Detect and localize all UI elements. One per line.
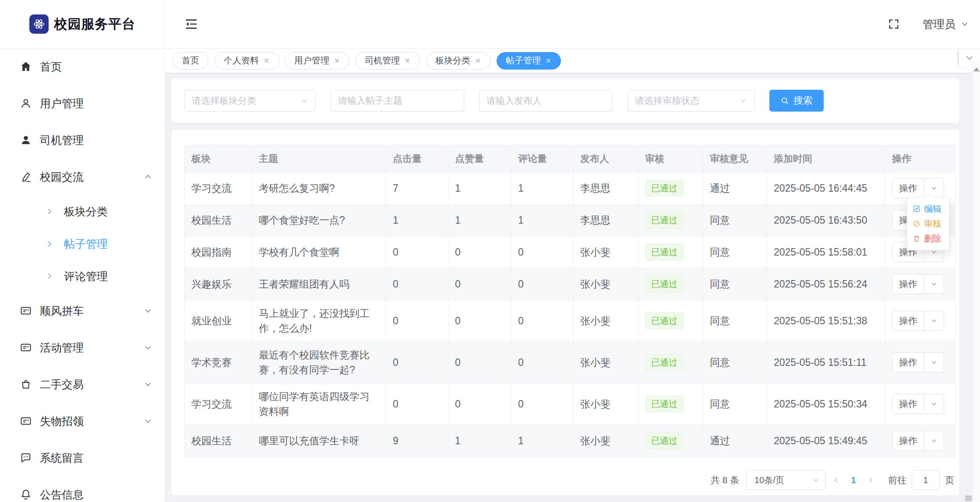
sidebar-item-secondhand-trade[interactable]: 二手交易 [0,366,165,403]
row-action-menu: 编辑审核删除 [907,197,949,250]
row-action-label[interactable]: 操作 [892,353,924,372]
table-row: 校园指南学校有几个食堂啊000张小斐已通过同意2025-05-05 15:58:… [185,236,955,268]
app-logo-badge [29,14,49,34]
chevron-down-icon [144,306,152,315]
cell-publisher: 李思思 [574,172,638,204]
cell-comments: 1 [511,425,574,457]
tab-profile[interactable]: 个人资料 [215,52,279,70]
sidebar-fold-icon[interactable] [184,17,198,31]
pagination: 共 8 条 10条/页 1 前往 页 [184,470,954,490]
row-action-label[interactable]: 操作 [892,311,924,330]
row-action-button[interactable]: 操作 [892,352,944,372]
sidebar-item-label: 用户管理 [40,96,84,111]
post-title-input[interactable] [331,90,464,112]
edit-icon [20,171,32,183]
column-header: 主题 [252,146,386,172]
sidebar-item-user-manage[interactable]: 用户管理 [0,85,165,122]
close-icon[interactable] [404,57,411,64]
close-icon[interactable] [475,57,481,64]
tab-driver-manage[interactable]: 司机管理 [356,52,420,70]
close-icon[interactable] [263,57,270,64]
action-menu-item-label: 审核 [924,218,941,230]
horizontal-scroll-thumb[interactable] [965,495,972,501]
search-button[interactable]: 搜索 [769,90,824,112]
row-action-caret[interactable] [924,431,944,450]
sidebar-item-label: 校园交流 [40,170,84,184]
tab-home[interactable]: 首页 [173,52,208,70]
row-action-button[interactable]: 操作 [892,178,944,198]
cell-status: 已通过 [638,383,703,425]
table-row: 就业创业马上就业了，还没找到工作，怎么办!000张小斐已通过同意2025-05-… [185,300,955,342]
row-action-label[interactable]: 操作 [892,179,924,198]
cell-likes: 0 [448,236,511,268]
close-icon[interactable] [545,57,552,64]
row-action-button[interactable]: 操作 [892,394,944,414]
row-action-caret[interactable] [924,311,944,330]
action-menu-item-delete[interactable]: 删除 [907,231,949,246]
cell-title: 哪里可以充值学生卡呀 [252,425,386,457]
row-action-caret[interactable] [924,274,944,294]
sidebar-subitem-post-manage[interactable]: 帖子管理 [0,228,165,260]
chevron-right-icon [46,272,53,280]
chevron-down-icon [144,380,152,389]
user-filled-icon [20,134,32,146]
table-row: 学术竞赛最近有个校园软件竞赛比赛，有没有同学一起?000张小斐已通过同意2025… [185,342,955,383]
row-action-button[interactable]: 操作 [892,274,944,294]
action-menu-item-review[interactable]: 审核 [907,216,949,231]
sidebar-item-activity-manage[interactable]: 活动管理 [0,329,165,366]
page-size-select[interactable]: 10条/页 [746,470,826,490]
chevron-down-icon [812,477,819,484]
tab-board-category[interactable]: 板块分类 [426,52,490,70]
sidebar-item-driver-manage[interactable]: 司机管理 [0,122,165,158]
sidebar-subitem-board-category[interactable]: 板块分类 [0,195,165,228]
column-header: 评论量 [511,146,574,172]
tab-user-manage[interactable]: 用户管理 [285,52,349,70]
cell-title: 哪位同学有英语四级学习资料啊 [252,383,386,425]
cell-actions: 操作 [885,342,955,383]
vertical-scrollbar[interactable] [973,61,980,502]
row-action-button[interactable]: 操作 [892,311,944,331]
row-action-label[interactable]: 操作 [892,431,924,450]
sidebar-item-home[interactable]: 首页 [0,48,165,85]
topbar: 管理员 [165,0,980,48]
sidebar-item-system-message[interactable]: 系统留言 [0,439,165,476]
user-dropdown[interactable]: 管理员 [923,17,969,32]
cell-time: 2025-05-05 16:43:50 [767,204,885,236]
row-action-caret[interactable] [924,353,944,372]
cell-title: 学校有几个食堂啊 [252,236,386,268]
tab-post-manage[interactable]: 帖子管理 [497,52,561,70]
goto-page-input[interactable] [912,470,940,490]
sidebar: 校园服务平台 首页用户管理司机管理校园交流板块分类帖子管理评论管理顺风拼车活动管… [0,0,165,502]
cell-opinion: 同意 [703,204,767,236]
close-icon[interactable] [334,57,340,64]
app-logo: 校园服务平台 [0,0,165,48]
row-action-label[interactable]: 操作 [892,394,924,414]
cell-publisher: 李思思 [574,204,638,236]
prev-page-button[interactable] [826,476,846,484]
fullscreen-icon[interactable] [888,18,900,30]
status-badge: 已通过 [645,396,684,412]
pagination-total: 共 8 条 [711,474,739,486]
column-header: 点赞量 [448,146,511,172]
publisher-input[interactable] [479,90,613,112]
sidebar-item-notice-info[interactable]: 公告信息 [0,476,165,502]
chevron-down-icon [144,417,152,425]
sidebar-item-campus-exchange[interactable]: 校园交流 [0,158,165,195]
sidebar-item-lost-found[interactable]: 失物招领 [0,403,165,439]
sidebar-subitem-comment-manage[interactable]: 评论管理 [0,260,165,292]
cell-status: 已通过 [638,300,703,342]
action-menu-item-edit[interactable]: 编辑 [907,201,949,216]
sidebar-item-carpool[interactable]: 顺风拼车 [0,292,165,329]
current-page[interactable]: 1 [846,475,861,485]
cell-board: 校园指南 [185,236,252,268]
row-action-label[interactable]: 操作 [892,274,924,294]
cell-board: 学习交流 [185,172,252,204]
row-action-caret[interactable] [924,394,944,414]
row-action-button[interactable]: 操作 [892,431,944,451]
board-category-select[interactable]: 请选择板块分类 [184,90,316,112]
cell-likes: 0 [448,342,511,383]
scroll-up-arrow-icon[interactable] [973,67,980,71]
review-status-select[interactable]: 请选择审核状态 [627,90,754,112]
table-row: 兴趣娱乐王者荣耀组团有人吗000张小斐已通过同意2025-05-05 15:56… [185,268,955,300]
next-page-button[interactable] [861,476,881,484]
